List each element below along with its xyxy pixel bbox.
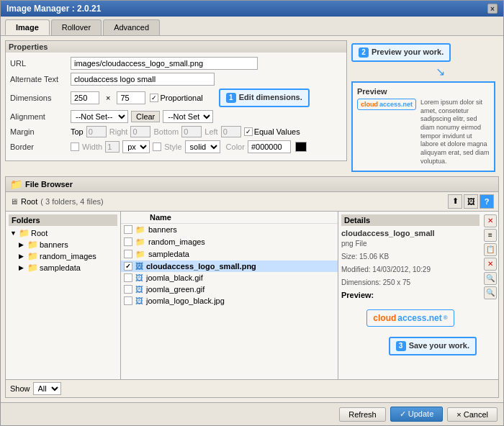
random-checkbox[interactable] [124,237,132,246]
file-joomla-green[interactable]: 🖼 joomla_green.gif [121,284,338,295]
file-joomla-logo[interactable]: 🖼 joomla_logo_black.jpg [121,295,338,307]
properties-area: Properties URL Alternate Text Dimensions [5,40,347,161]
callout1-number: 1 [226,93,236,103]
name-col-header: Name [150,213,171,222]
details-trademark: ® [444,314,448,321]
margin-top-input[interactable] [86,126,107,137]
border-width-select[interactable]: px [122,140,150,153]
callout3-text: Save your work. [409,341,469,350]
banners-checkbox[interactable] [124,225,132,234]
url-input[interactable] [71,57,258,70]
callout-edit-dimensions: 1Edit dimensions. [219,89,310,107]
banners-file-name: banners [148,225,177,234]
fb-body: Folders ▼ 📁 Root ▶ 📁 banners ▶ 📁 r [6,212,498,380]
margin-right-input[interactable] [130,126,150,137]
style-checkbox[interactable] [153,142,161,151]
joomla-green-checkbox[interactable] [124,285,132,294]
bottom-label: Bottom [153,127,179,136]
tab-rollover[interactable]: Rollover [51,19,102,35]
side-btn-3[interactable]: 📋 [484,243,497,256]
details-cloud-text: cloud [373,313,396,323]
right-label: Right [109,127,128,136]
callout2-text: Preview your work. [372,47,444,56]
border-color-input[interactable] [248,140,291,153]
help-button[interactable]: ? [480,194,494,209]
image-manager-window: Image Manager : 2.0.21 × Image Rollover … [0,0,504,426]
random-label: random_images [40,252,96,260]
side-btn-1[interactable]: ✕ [484,214,497,227]
tab-image[interactable]: Image [5,19,50,35]
width-input[interactable] [71,91,99,104]
clear-button[interactable]: Clear [131,111,160,122]
equal-values-checkbox[interactable]: ✓ [244,127,253,136]
tab-advanced[interactable]: Advanced [103,19,160,35]
cancel-button[interactable]: × Cancel [447,407,498,422]
proportional-checkbox[interactable]: ✓ [150,94,158,102]
root-label: Root [21,197,37,206]
joomla-black-checkbox[interactable] [124,273,132,282]
toolbar-icon: 🖥 [10,197,18,206]
border-width-input[interactable] [105,141,120,153]
refresh-button[interactable]: Refresh [339,407,386,422]
file-random[interactable]: 📁 random_images [121,236,338,248]
file-cloudaccess[interactable]: ✓ 🖼 cloudaccess_logo_small.png [121,260,338,272]
sampledata-label: sampledata [40,263,81,272]
top-panels: Properties URL Alternate Text Dimensions [5,40,499,172]
sampledata-file-name: sampledata [148,250,189,258]
color-label: Color [226,142,245,151]
preview-panel: Preview cloud access.net Lorem ipsum dol… [351,81,495,172]
preview-lorem: Lorem ipsum dolor sit amet, consetetur s… [420,99,490,166]
cloudaccess-file-icon: 🖼 [135,262,143,271]
alt-input[interactable] [71,73,215,86]
access-text: access.net [379,101,413,108]
tree-random[interactable]: ▶ 📁 random_images [9,250,117,262]
update-button[interactable]: ✓ Update [390,407,444,422]
upload-button[interactable]: ⬆ [448,194,462,209]
margin-bottom-input[interactable] [181,126,202,137]
file-joomla-black[interactable]: 🖼 joomla_black.gif [121,272,338,284]
height-input[interactable] [117,91,145,104]
border-style-select[interactable]: solid [185,140,220,153]
joomla-logo-checkbox[interactable] [124,296,132,305]
preview-title: Preview [357,87,490,96]
left-label: Left [204,127,217,136]
side-btn-6[interactable]: 🔍 [484,286,497,299]
tree-banners[interactable]: ▶ 📁 banners [9,239,117,250]
side-btn-2[interactable]: ≡ [484,229,497,242]
details-area: Details cloudaccess_logo_small png File … [338,212,498,380]
callout3-number: 3 [396,341,406,351]
sampledata-checkbox[interactable] [124,250,132,258]
expand-icon: ▼ [10,230,17,237]
joomla-logo-icon: 🖼 [135,296,143,305]
tree-sampledata[interactable]: ▶ 📁 sampledata [9,262,117,273]
side-btn-4[interactable]: ✕ [484,258,497,271]
file-sampledata[interactable]: 📁 sampledata [121,248,338,260]
image-button[interactable]: 🖼 [464,194,478,209]
sampledata-folder-icon: 📁 [27,263,38,273]
border-checkbox[interactable] [71,142,79,151]
alignment-select[interactable]: --Not Set-- [71,110,128,123]
details-logo: cloud access.net ® [341,302,480,334]
side-btn-5[interactable]: 🔍 [484,272,497,285]
border-label: Border [10,142,68,151]
random-folder-icon: 📁 [27,251,38,261]
width-label: Width [82,142,102,151]
random-file-icon: 📁 [135,237,145,247]
close-button[interactable]: × [487,4,498,14]
folders-title: Folders [9,214,117,226]
border-row: Border Width px Style solid [10,140,342,153]
window-title: Image Manager : 2.0.21 [6,4,101,14]
side-buttons: ✕ ≡ 📋 ✕ 🔍 🔍 [482,212,498,380]
tree-root[interactable]: ▼ 📁 Root [9,227,117,239]
alignment2-select[interactable]: --Not Set-- [163,110,213,123]
properties-title: Properties [6,41,346,53]
margin-left-input[interactable] [221,126,241,137]
expand-icon: ▶ [19,264,26,271]
cloudaccess-checkbox[interactable]: ✓ [124,262,132,271]
style-label: Style [164,142,181,151]
details-size: Size: 15.06 KB [341,252,480,262]
file-banners[interactable]: 📁 banners [121,224,338,236]
joomla-green-name: joomla_green.gif [146,285,204,294]
show-select[interactable]: All [33,382,61,395]
preview-logo: cloud access.net [357,99,416,110]
